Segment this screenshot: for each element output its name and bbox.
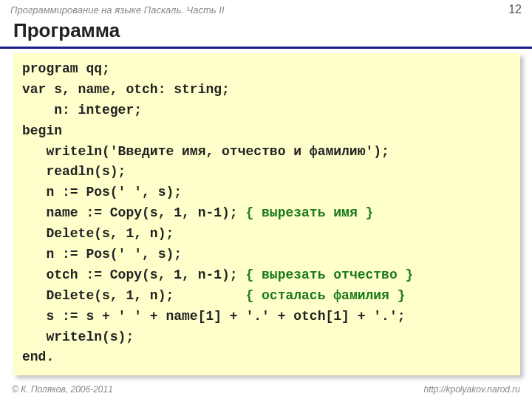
code-comment: { вырезать имя } bbox=[245, 205, 373, 220]
page-title: Программа bbox=[0, 18, 532, 49]
header-bar: Программирование на языке Паскаль. Часть… bbox=[0, 0, 532, 18]
code-line: name := Copy(s, 1, n-1); bbox=[22, 205, 245, 220]
code-line: otch := Copy(s, 1, n-1); bbox=[22, 267, 245, 282]
course-label: Программирование на языке Паскаль. Часть… bbox=[10, 4, 225, 16]
code-line: writeln(s); bbox=[22, 330, 134, 344]
code-line: readln(s); bbox=[22, 164, 126, 179]
code-comment: { вырезать отчество } bbox=[245, 267, 413, 282]
code-line: s := s + ' ' + name[1] + '.' + otch[1] +… bbox=[22, 309, 405, 324]
code-line: begin bbox=[22, 123, 62, 138]
code-line: var s, name, otch: string; bbox=[22, 82, 230, 97]
code-line: writeln('Введите имя, отчество и фамилию… bbox=[22, 144, 389, 159]
code-line: Delete(s, 1, n); bbox=[22, 288, 245, 303]
footer: © К. Поляков, 2006-2011 http://kpolyakov… bbox=[0, 384, 532, 395]
code-line: end. bbox=[22, 349, 54, 364]
code-line: n := Pos(' ', s); bbox=[22, 247, 182, 262]
code-listing: program qq; var s, name, otch: string; n… bbox=[13, 53, 520, 375]
copyright-label: © К. Поляков, 2006-2011 bbox=[12, 384, 113, 395]
code-line: Delete(s, 1, n); bbox=[22, 226, 174, 241]
code-comment: { осталась фамилия } bbox=[245, 288, 405, 303]
code-line: n := Pos(' ', s); bbox=[22, 185, 182, 200]
page-number: 12 bbox=[508, 3, 522, 16]
footer-url: http://kpolyakov.narod.ru bbox=[423, 384, 520, 395]
code-line: n: integer; bbox=[22, 103, 142, 117]
code-line: program qq; bbox=[22, 61, 110, 76]
